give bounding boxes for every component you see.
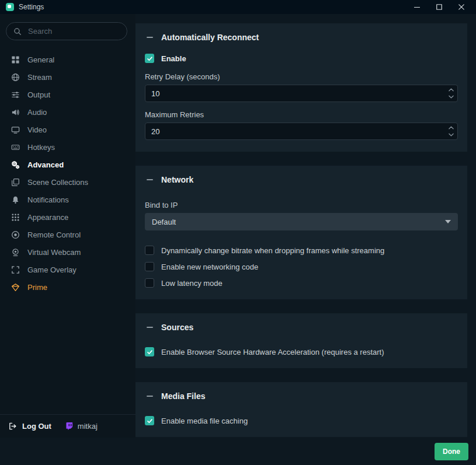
retry-delay-field: [145, 85, 458, 102]
sidebar-item-hotkeys[interactable]: Hotkeys: [0, 138, 135, 156]
sidebar-footer: Log Out mitkaj: [0, 414, 135, 438]
logout-icon: [8, 422, 17, 431]
collapse-icon[interactable]: [145, 323, 154, 332]
sidebar-item-prime[interactable]: Prime: [0, 278, 135, 296]
sidebar-item-virtual-webcam[interactable]: Virtual Webcam: [0, 243, 135, 261]
check-icon: [147, 55, 153, 62]
username: mitkaj: [78, 422, 98, 431]
settings-nav: General Stream Output Audio Video: [0, 45, 135, 414]
section-media-files: Media Files Enable media file caching: [135, 382, 467, 437]
check-icon: [147, 418, 153, 424]
minimize-icon: [414, 4, 420, 10]
media-caching-checkbox[interactable]: [145, 416, 154, 425]
sidebar-item-label: Notifications: [27, 195, 69, 204]
new-networking-checkbox[interactable]: [145, 262, 154, 271]
retry-delay-input[interactable]: [145, 85, 458, 102]
collapse-icon[interactable]: [145, 175, 154, 184]
chevron-down-icon: [445, 220, 451, 223]
section-title: Media Files: [161, 391, 205, 401]
close-button[interactable]: [453, 0, 470, 14]
section-header: Sources: [145, 323, 458, 332]
media-caching-checkbox-row: Enable media file caching: [145, 416, 458, 425]
minimize-button[interactable]: [408, 0, 426, 14]
browser-hw-accel-checkbox-row: Enable Browser Source Hardware Accelerat…: [145, 347, 458, 356]
sidebar-item-label: Virtual Webcam: [27, 248, 81, 257]
sliders-icon: [11, 90, 20, 99]
sidebar-item-label: Stream: [27, 73, 52, 82]
grid-icon: [11, 55, 20, 64]
section-header: Network: [145, 175, 458, 184]
section-sources: Sources Enable Browser Source Hardware A…: [135, 313, 467, 368]
spinner-up-icon[interactable]: [449, 87, 454, 93]
dynamic-bitrate-label: Dynamically change bitrate when dropping…: [161, 246, 384, 255]
footer-bar: Done: [0, 438, 476, 465]
sidebar-item-notifications[interactable]: Notifications: [0, 191, 135, 208]
retry-delay-spinner: [449, 87, 454, 100]
sidebar-item-general[interactable]: General: [0, 51, 135, 68]
enable-reconnect-checkbox[interactable]: [145, 54, 154, 63]
dots-grid-icon: [11, 212, 20, 222]
sidebar-item-label: Game Overlay: [27, 265, 77, 274]
twitch-account[interactable]: mitkaj: [65, 422, 98, 431]
sidebar-item-game-overlay[interactable]: Game Overlay: [0, 261, 135, 278]
search-input[interactable]: [27, 26, 120, 36]
logout-button[interactable]: Log Out: [8, 422, 51, 431]
collapse-icon[interactable]: [145, 33, 154, 42]
sidebar-item-scene-collections[interactable]: Scene Collections: [0, 173, 135, 191]
settings-sidebar: General Stream Output Audio Video: [0, 14, 135, 438]
sidebar-item-video[interactable]: Video: [0, 121, 135, 138]
monitor-icon: [11, 125, 20, 134]
sidebar-item-label: Output: [27, 90, 50, 99]
sidebar-item-appearance[interactable]: Appearance: [0, 208, 135, 226]
section-automatically-reconnect: Automatically Reconnect Enable Retry Del…: [135, 23, 467, 152]
media-caching-label: Enable media file caching: [161, 417, 248, 425]
collapse-icon[interactable]: [145, 391, 154, 401]
spinner-down-icon[interactable]: [449, 132, 454, 138]
sidebar-item-label: Remote Control: [27, 230, 81, 239]
max-retries-field: [145, 123, 458, 140]
twitch-icon: [65, 422, 74, 431]
maximize-icon: [436, 4, 442, 10]
maximize-button[interactable]: [430, 0, 448, 14]
speaker-icon: [11, 107, 20, 117]
sidebar-item-label: General: [27, 55, 54, 64]
sidebar-item-label: Hotkeys: [27, 143, 55, 152]
max-retries-label: Maximum Retries: [145, 110, 458, 119]
max-retries-spinner: [449, 125, 454, 138]
sidebar-item-output[interactable]: Output: [0, 86, 135, 103]
logout-label: Log Out: [22, 422, 51, 431]
bind-ip-label: Bind to IP: [145, 201, 458, 209]
search-box[interactable]: [6, 22, 127, 40]
done-button[interactable]: Done: [435, 443, 468, 460]
bind-ip-value: Default: [152, 218, 176, 226]
dynamic-bitrate-checkbox[interactable]: [145, 246, 154, 255]
low-latency-checkbox[interactable]: [145, 278, 154, 288]
webcam-icon: [11, 247, 20, 257]
enable-reconnect-label: Enable: [161, 54, 186, 63]
sidebar-item-audio[interactable]: Audio: [0, 103, 135, 121]
bind-ip-dropdown[interactable]: Default: [145, 213, 458, 230]
section-title: Network: [161, 175, 193, 184]
max-retries-input[interactable]: [145, 123, 458, 140]
search-area: [0, 14, 135, 45]
spinner-up-icon[interactable]: [449, 125, 454, 131]
sidebar-item-label: Audio: [27, 108, 47, 117]
section-header: Automatically Reconnect: [145, 33, 458, 42]
settings-window: Settings General: [0, 0, 476, 465]
low-latency-checkbox-row: Low latency mode: [145, 278, 458, 288]
close-icon: [458, 4, 464, 10]
sidebar-item-label: Prime: [27, 283, 47, 292]
gears-icon: [11, 160, 20, 169]
streamlabs-logo-icon: [6, 3, 14, 11]
sidebar-item-label: Video: [27, 125, 47, 134]
titlebar: Settings: [0, 0, 476, 14]
browser-hw-accel-checkbox[interactable]: [145, 347, 154, 356]
section-title: Sources: [161, 323, 193, 332]
spinner-down-icon[interactable]: [449, 94, 454, 100]
prime-diamond-icon: [11, 282, 20, 292]
sidebar-item-remote-control[interactable]: Remote Control: [0, 226, 135, 243]
sidebar-item-stream[interactable]: Stream: [0, 68, 135, 86]
sidebar-item-advanced[interactable]: Advanced: [0, 156, 135, 173]
section-header: Media Files: [145, 391, 458, 401]
new-networking-label: Enable new networking code: [161, 263, 258, 271]
